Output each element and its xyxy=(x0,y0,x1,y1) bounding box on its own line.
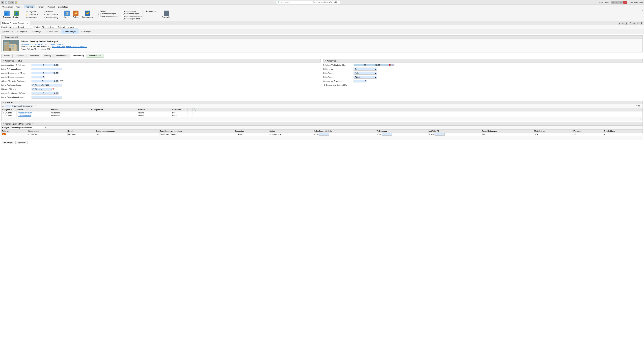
th-betreff[interactable]: Betreff xyxy=(16,108,50,111)
menu-vertrieb[interactable]: Vertrieb xyxy=(14,5,24,8)
th-search[interactable]: 🔍 xyxy=(192,108,643,111)
th-priorität[interactable]: Priorität xyxy=(137,108,171,111)
input-anzahl-rechnungen-1[interactable] xyxy=(32,72,45,74)
kontakt-input[interactable] xyxy=(8,26,32,28)
pipeline-step-lieferscheine[interactable]: ✓ Lieferscheine xyxy=(44,29,61,34)
th-re-kunde[interactable]: Kunde xyxy=(68,130,95,133)
tab-play-button[interactable]: ▶ xyxy=(622,22,625,24)
td-betreff-1[interactable]: E-Mail schreiben xyxy=(16,114,50,117)
tab-copy-button[interactable]: ⧉ xyxy=(625,22,628,25)
th-re-sigma-netto[interactable]: Σ Nettobetrag xyxy=(533,130,572,133)
th-re-sigma-gew[interactable]: Σ gew. Nettobetrag xyxy=(481,130,533,133)
input-sigma-1[interactable] xyxy=(354,64,367,66)
th-re-entscheidung[interactable]: Entscheidung xyxy=(603,130,643,133)
input-sigma-2[interactable] xyxy=(367,64,381,66)
filter-tag-remove[interactable]: ▼ xyxy=(30,105,32,107)
tab-durchführung[interactable]: Durchführung xyxy=(54,54,70,58)
aufgaben-plus-icon[interactable]: + xyxy=(640,117,642,120)
pipeline-step-zahlungen[interactable]: ✓ Zahlungen xyxy=(79,29,94,34)
aufgaben-filter-input[interactable] xyxy=(5,105,12,107)
zeiterfassung-in-select-wrap[interactable]: Stunden Minuten xyxy=(354,76,377,79)
tab-konvertieren[interactable]: Konvertieren▶ xyxy=(86,54,103,58)
aufgaben-filter-close[interactable]: ✕ xyxy=(2,105,4,107)
reiseerfassung-button[interactable]: ✈ Reiseerfassung xyxy=(43,16,58,19)
monitor-icon[interactable]: 🖥 xyxy=(1,1,4,4)
th-fälligkeit[interactable]: Fälligkeit ⇅ xyxy=(1,108,16,111)
re-mitfc-input-0[interactable] xyxy=(434,133,444,136)
menu-finanzen[interactable]: Finanzen xyxy=(35,5,46,8)
restore-button[interactable]: ⧉ xyxy=(611,1,615,4)
kalender-button[interactable]: 📅 Kalender xyxy=(43,10,54,13)
kontakte-button[interactable]: 👤 Kontakte xyxy=(12,10,21,18)
td-betreff-0[interactable]: Angebot erstellen xyxy=(16,111,50,114)
input-rechnungsbuchungen[interactable] xyxy=(32,76,45,78)
fakturierbar-select[interactable]: Ja Nein xyxy=(354,67,377,70)
menu-personal[interactable]: Personal xyxy=(46,5,56,8)
pipeline-step-potenziale[interactable]: ⬜ Potenziale xyxy=(0,29,16,34)
tab-more-button[interactable]: … xyxy=(632,22,636,24)
zeiterfassung-button[interactable]: ⏱ Zeiterfassung ▼ xyxy=(43,13,59,16)
close-button[interactable]: ✕ xyxy=(623,1,627,4)
td-re-debi-0[interactable]: 10012 xyxy=(95,133,160,136)
tab-kontakt[interactable]: Kontakt xyxy=(1,54,12,58)
gear-icon[interactable]: ⚙ xyxy=(12,1,14,4)
td-re-belegnummer-0[interactable]: RE-2020-40 xyxy=(28,133,68,136)
korrekturrechnung-checkbox[interactable] xyxy=(122,15,124,17)
pipeline-step-rechnungen[interactable]: ✓ Rechnungen xyxy=(62,29,79,34)
tab-close-button[interactable]: ✕ xyxy=(27,22,28,24)
tab-help-button[interactable]: ? xyxy=(629,22,632,24)
aufgaben-grid-icon[interactable]: ⊞ xyxy=(638,105,640,107)
th-re-belegdatum[interactable]: Belegdatum xyxy=(234,130,269,133)
titlebar-search-bar[interactable]: 🔍 Scopen – Intelligentes Suchfeld ▼ xyxy=(276,1,340,4)
tab-billmann[interactable]: Billmann Beratung Technik ... ✕ xyxy=(0,21,30,25)
input-letzte-gutschriftsänd[interactable] xyxy=(32,96,62,98)
zeiterfassung-select[interactable]: Nein Ja xyxy=(354,71,377,75)
teamwork-button[interactable]: 👥 Teamwork xyxy=(2,10,12,18)
tab-ressourcen[interactable]: Ressourcen xyxy=(26,54,42,58)
leistungen-button[interactable]: Leistungen ▼ xyxy=(146,10,157,12)
aktivitäten-button[interactable]: ⚡ Aktivitäten ▼ xyxy=(25,13,39,16)
minimize-button[interactable]: – xyxy=(615,1,619,4)
pipeline-step-angebote[interactable]: ▷ Angebote xyxy=(16,29,30,34)
input-offener-1[interactable] xyxy=(32,80,45,82)
maximize-button[interactable]: □ xyxy=(619,1,623,4)
arbeitsplatz-button[interactable]: 🖥 Arbeitsplatz xyxy=(161,10,172,18)
tab-settings-button[interactable]: ⚙ xyxy=(640,22,643,24)
duplizieren-button[interactable]: Duplizieren xyxy=(16,141,28,144)
zeiterfassung-in-select[interactable]: Stunden Minuten xyxy=(354,76,377,79)
kundenprojekt-header[interactable]: ▼ Kundenprojekt xyxy=(1,35,643,39)
tab-prev-button[interactable]: ◀ xyxy=(618,22,621,24)
clock-icon[interactable]: 🕐 xyxy=(8,1,11,4)
aufgaben-header[interactable]: ▼ Aufgaben xyxy=(1,101,643,104)
menu-projekte[interactable]: Projekte xyxy=(24,5,35,8)
input-anzahl-aufträge-1[interactable] xyxy=(32,64,45,66)
kp-phone-link[interactable]: +49 30 987 456 xyxy=(52,45,65,48)
menu-beschaffung[interactable]: Beschaffung xyxy=(56,5,70,8)
th-status[interactable]: Status ▼ xyxy=(50,108,90,111)
kundenprojekte-button[interactable]: 🤝 Kundenprojekte xyxy=(80,10,94,18)
input-anzahl-gutschriften-2[interactable] xyxy=(45,92,59,94)
td-re-bezeichnung-0[interactable]: RE-2020-40, Billmanns xyxy=(159,133,234,136)
input-anzahl-aufträge-2[interactable] xyxy=(45,64,59,66)
document-icon[interactable]: 📄 xyxy=(5,1,8,4)
aufgaben-funnel-icon[interactable]: ⊽ xyxy=(34,105,36,107)
tab-refresh-button[interactable]: ↺ xyxy=(636,22,640,24)
fakturierbar-select-wrap[interactable]: Ja Nein xyxy=(354,67,377,70)
re-vlkorr-input-0[interactable] xyxy=(382,133,392,136)
projekt-input[interactable] xyxy=(41,26,78,28)
aufgaben-add-row[interactable]: + xyxy=(2,117,642,121)
search-dropdown-arrow[interactable]: ▼ xyxy=(337,1,339,3)
nachrichten-button[interactable]: ✉ Nachrichten xyxy=(25,16,38,19)
tab-planung[interactable]: Planung xyxy=(42,54,53,58)
th-re-vlkorr[interactable]: VL-Korrektur xyxy=(376,130,428,133)
th-re-status[interactable]: Status xyxy=(269,130,313,133)
aufgaben-add-icon[interactable]: + xyxy=(640,105,642,107)
projekt-combo[interactable]: ▼ xyxy=(41,26,78,28)
td-more-0[interactable]: – xyxy=(188,111,193,114)
aufgaben-filter-right-icon[interactable]: ⊽ xyxy=(636,105,638,107)
kp-address-link[interactable]: Billmanns, Behrenstraße 42, 10117 Berlin… xyxy=(21,43,66,45)
bookmark-icon[interactable]: ⭐ xyxy=(15,1,18,4)
dauerrechnung-checkbox[interactable] xyxy=(122,12,124,15)
rechnungsversand-checkbox[interactable] xyxy=(122,17,124,20)
ribbon-expand[interactable]: ▼ xyxy=(641,10,643,11)
